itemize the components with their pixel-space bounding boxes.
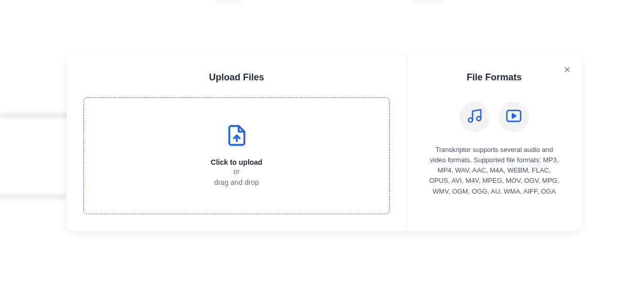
svg-marker-6 <box>512 114 516 118</box>
background-blur <box>0 194 67 200</box>
svg-point-3 <box>468 118 473 122</box>
upload-or-text: or <box>233 166 239 177</box>
formats-title: File Formats <box>427 72 561 83</box>
upload-secondary-text: drag and drop <box>214 177 259 188</box>
svg-point-4 <box>477 116 481 121</box>
upload-title: Upload Files <box>83 72 390 83</box>
format-icons-row <box>427 101 561 132</box>
close-icon <box>563 65 571 75</box>
file-upload-icon <box>225 124 248 149</box>
upload-panel: Upload Files Click to upload or drag and… <box>67 56 407 231</box>
audio-format-badge <box>459 101 490 132</box>
file-dropzone[interactable]: Click to upload or drag and drop <box>83 97 390 214</box>
upload-modal: Upload Files Click to upload or drag and… <box>67 56 582 231</box>
video-format-badge <box>498 101 529 132</box>
formats-panel: File Formats <box>407 56 582 231</box>
background-blur <box>216 0 242 4</box>
formats-description: Transkriptor supports several audio and … <box>427 145 561 197</box>
background-blur <box>412 0 443 4</box>
upload-primary-text: Click to upload <box>211 158 262 166</box>
close-button[interactable] <box>562 65 572 75</box>
video-icon <box>506 108 522 126</box>
background-blur <box>0 112 72 118</box>
music-icon <box>466 108 483 126</box>
